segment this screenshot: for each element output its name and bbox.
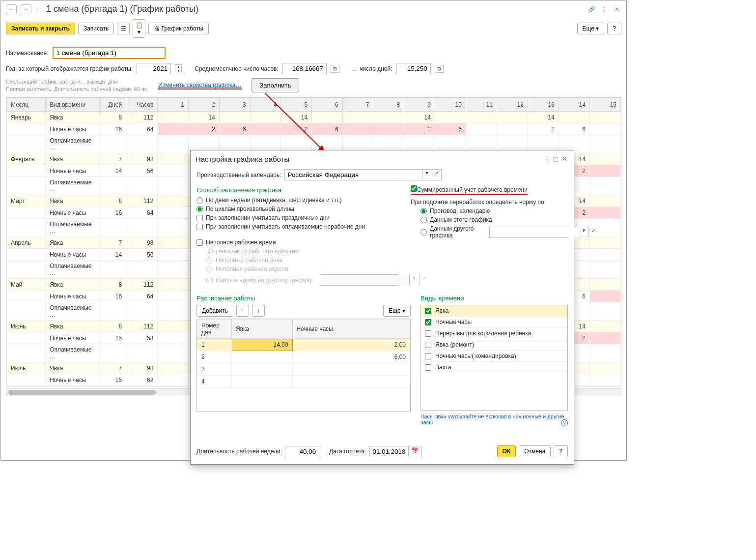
name-label: Наименование: — [6, 50, 49, 57]
dialog-max-icon[interactable]: □ — [551, 154, 560, 163]
week-len-label: Длительность рабочей недели: — [196, 448, 282, 455]
avg-hours-input[interactable] — [282, 63, 327, 74]
calendar-label: Производственный календарь: — [196, 172, 281, 178]
info-line-1: Скользящий график, раб. дни: , выходн. д… — [6, 78, 148, 85]
year-label: Год, за который отображается график рабо… — [6, 65, 133, 72]
avg-days-label: … число дней: — [352, 65, 392, 72]
calc-icon-2[interactable]: ⊞ — [435, 65, 444, 73]
calendar-select[interactable]: ▼ ↗ — [284, 169, 442, 180]
other-sched-select[interactable]: ▼↗ — [489, 227, 568, 238]
fill-button[interactable]: Заполнить — [252, 78, 300, 92]
time-type-row[interactable]: Вахта — [421, 362, 567, 373]
time-type-row[interactable]: Ночные часы — [421, 317, 567, 328]
save-close-button[interactable]: Записать и закрыть — [6, 23, 75, 34]
titlebar: ← → ☆ 1 смена (бригада 1) (График работы… — [1, 1, 626, 17]
favorite-icon[interactable]: ☆ — [35, 4, 42, 14]
add-button[interactable]: Добавить — [196, 305, 233, 317]
link-icon[interactable]: 🔗 — [587, 5, 596, 14]
open-icon[interactable]: ↗ — [432, 170, 441, 180]
save-button[interactable]: Записать — [78, 23, 114, 34]
radio-prod-cal[interactable] — [420, 208, 427, 214]
toolbar: Записать и закрыть Записать ☰ 📋▾ 🖨 Графи… — [1, 17, 626, 42]
calc-icon[interactable]: ⊞ — [331, 65, 339, 73]
types-section-title: Виды времени — [420, 295, 568, 302]
time-type-row[interactable]: Явка — [421, 305, 567, 317]
check-paid-nonwork[interactable] — [196, 224, 203, 230]
chevron-down-icon[interactable]: ▼ — [422, 170, 432, 180]
ok-button[interactable]: ОК — [497, 445, 516, 457]
cancel-button[interactable]: Отмена — [519, 445, 551, 457]
info-line-2: Полная занятость. Длительность рабочей н… — [6, 86, 148, 92]
year-input[interactable] — [137, 63, 171, 74]
time-type-row[interactable]: Перерывы для кормления ребенка — [421, 328, 567, 339]
settings-dialog: Настройка графика работы ⋮ □ ✕ Производс… — [190, 150, 574, 465]
down-button[interactable]: ↓ — [252, 305, 265, 317]
norm-label: При подсчете переработок определять норм… — [411, 199, 568, 206]
change-props-link[interactable]: Изменить свойства графика… — [158, 82, 241, 89]
hint-text: Часы явки указывайте не включая в них но… — [420, 413, 568, 425]
avg-hours-label: Среднемесячное число часов: — [195, 65, 279, 72]
forward-button[interactable]: → — [21, 4, 31, 14]
check-holidays[interactable] — [196, 215, 203, 221]
check-parttime[interactable] — [196, 239, 203, 246]
radio-by-week[interactable] — [196, 197, 203, 204]
check-summarized[interactable] — [411, 185, 417, 192]
fill-method-title: Способ заполнения графика — [196, 186, 401, 194]
time-type-row[interactable]: Явка (ремонт) — [421, 339, 567, 351]
close-icon[interactable]: ✕ — [613, 5, 621, 14]
radio-partweek — [206, 266, 213, 272]
back-button[interactable]: ← — [6, 4, 17, 14]
radio-this-sched[interactable] — [420, 217, 427, 223]
name-input[interactable] — [53, 47, 166, 59]
dialog-title: Настройка графика работы — [196, 155, 542, 163]
avg-days-input[interactable] — [396, 63, 431, 74]
copy-icon[interactable]: 📋▾ — [133, 19, 145, 38]
window-title: 1 смена (бригада 1) (График работы) — [46, 4, 583, 14]
check-other-norm — [206, 277, 213, 283]
dialog-close-icon[interactable]: ✕ — [560, 154, 569, 163]
list-icon[interactable]: ☰ — [117, 23, 130, 34]
menu-icon[interactable]: ⋮ — [600, 5, 609, 14]
radio-partday — [206, 257, 213, 264]
week-len-input[interactable] — [285, 446, 319, 457]
time-type-row[interactable]: Ночные часы( командировка) — [421, 351, 567, 362]
dialog-menu-icon[interactable]: ⋮ — [542, 154, 551, 163]
up-button[interactable]: ↑ — [236, 305, 249, 317]
help-button[interactable]: ? — [607, 23, 621, 34]
year-spinner[interactable]: ▲▼ — [175, 64, 182, 73]
hint-icon[interactable]: ? — [561, 419, 568, 426]
start-date-label: Дата отсчета: — [329, 448, 366, 455]
radio-by-cycle[interactable] — [196, 206, 203, 212]
calendar-icon[interactable]: 📅 — [408, 446, 421, 457]
parttime-kind-label: Вид неполного рабочего времени: — [206, 248, 401, 255]
schedule-button[interactable]: 🖨 График работы — [148, 23, 208, 34]
radio-other-sched[interactable] — [420, 229, 427, 236]
more-button[interactable]: Еще ▾ — [577, 23, 605, 34]
start-date-input[interactable]: 📅 — [369, 446, 421, 457]
schedule-section-title: Расписание работы — [196, 295, 411, 302]
schedule-more-button[interactable]: Еще ▾ — [383, 305, 411, 317]
dialog-help-button[interactable]: ? — [554, 445, 568, 457]
